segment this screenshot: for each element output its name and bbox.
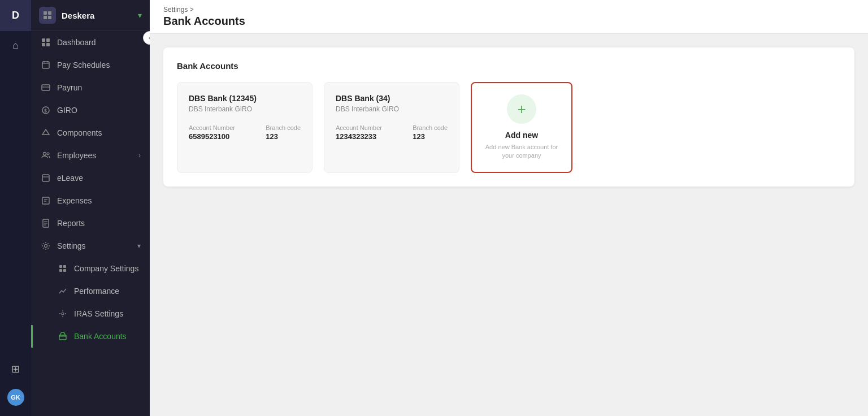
sidebar-item-bank-accounts[interactable]: Bank Accounts bbox=[31, 325, 150, 348]
expenses-icon bbox=[40, 195, 51, 206]
breadcrumb: Settings > bbox=[163, 6, 854, 14]
account-number-value-0: 6589523100 bbox=[189, 132, 235, 141]
bank-card-1[interactable]: DBS Bank (34) DBS Interbank GIRO Account… bbox=[324, 82, 459, 173]
bank-card-name-0: DBS Bank (12345) bbox=[189, 94, 301, 103]
bank-card-0[interactable]: DBS Bank (12345) DBS Interbank GIRO Acco… bbox=[177, 82, 313, 173]
bank-card-row-1: Account Number 1234323233 Branch code 12… bbox=[336, 124, 448, 141]
sidebar-item-employees[interactable]: Employees › bbox=[31, 144, 150, 167]
svg-rect-34 bbox=[59, 335, 66, 340]
add-icon-circle: + bbox=[507, 94, 536, 124]
sidebar-item-components[interactable]: Components bbox=[31, 122, 150, 144]
settings-icon bbox=[40, 240, 51, 252]
payrun-label: Payrun bbox=[57, 83, 141, 92]
reports-label: Reports bbox=[57, 219, 141, 228]
svg-point-18 bbox=[47, 153, 49, 155]
employees-chevron-icon: › bbox=[138, 151, 141, 159]
account-number-field-0: Account Number 6589523100 bbox=[189, 124, 235, 141]
svg-rect-1 bbox=[48, 11, 51, 15]
sidebar-item-giro[interactable]: $ GIRO bbox=[31, 99, 150, 122]
payrun-icon bbox=[40, 82, 51, 93]
dashboard-icon bbox=[40, 37, 51, 48]
svg-point-28 bbox=[45, 245, 47, 248]
branch-code-label-1: Branch code bbox=[413, 124, 448, 131]
sidebar-item-eleave[interactable]: eLeave bbox=[31, 167, 150, 189]
svg-rect-8 bbox=[42, 62, 49, 68]
company-settings-icon bbox=[57, 263, 68, 274]
bank-accounts-label: Bank Accounts bbox=[74, 332, 127, 341]
svg-rect-4 bbox=[42, 38, 45, 42]
bank-card-type-1: DBS Interbank GIRO bbox=[336, 105, 448, 113]
settings-label: Settings bbox=[57, 241, 137, 250]
expenses-label: Expenses bbox=[57, 196, 141, 205]
sidebar-item-performance[interactable]: Performance bbox=[31, 280, 150, 302]
sidebar-header[interactable]: Deskera ▾ bbox=[31, 0, 150, 31]
svg-rect-21 bbox=[42, 197, 49, 204]
giro-icon: $ bbox=[40, 105, 51, 116]
branch-code-field-1: Branch code 123 bbox=[413, 124, 448, 141]
app-logo[interactable]: D bbox=[0, 0, 31, 31]
branch-code-label-0: Branch code bbox=[266, 124, 301, 131]
sidebar-item-expenses[interactable]: Expenses bbox=[31, 189, 150, 212]
eleave-label: eLeave bbox=[57, 174, 141, 183]
branch-code-field-0: Branch code 123 bbox=[266, 124, 301, 141]
grid-icon[interactable]: ⊞ bbox=[0, 355, 31, 383]
iras-settings-label: IRAS Settings bbox=[74, 309, 123, 318]
svg-rect-19 bbox=[42, 175, 49, 181]
branch-code-value-0: 123 bbox=[266, 132, 301, 141]
components-label: Components bbox=[57, 128, 141, 137]
plus-icon: + bbox=[517, 101, 526, 118]
svg-point-33 bbox=[62, 313, 64, 315]
svg-point-17 bbox=[44, 153, 46, 155]
sidebar-item-dashboard[interactable]: Dashboard bbox=[31, 31, 150, 54]
eleave-icon bbox=[40, 172, 51, 184]
svg-rect-32 bbox=[63, 269, 66, 272]
sidebar-item-settings[interactable]: Settings ▾ bbox=[31, 235, 150, 257]
section-title: Bank Accounts bbox=[177, 61, 841, 71]
user-avatar[interactable]: GK bbox=[0, 383, 31, 411]
iras-settings-icon bbox=[57, 308, 68, 319]
account-number-field-1: Account Number 1234323233 bbox=[336, 124, 382, 141]
svg-rect-31 bbox=[59, 269, 62, 272]
bank-card-type-0: DBS Interbank GIRO bbox=[189, 105, 301, 113]
content-area: Bank Accounts DBS Bank (12345) DBS Inter… bbox=[150, 34, 868, 416]
home-icon[interactable]: ⌂ bbox=[0, 31, 31, 59]
svg-rect-29 bbox=[59, 265, 62, 268]
svg-rect-6 bbox=[42, 43, 45, 46]
settings-chevron-icon: ▾ bbox=[137, 242, 141, 250]
svg-rect-5 bbox=[46, 38, 50, 42]
performance-label: Performance bbox=[74, 287, 119, 296]
svg-rect-12 bbox=[42, 85, 50, 90]
sidebar-item-company-settings[interactable]: Company Settings bbox=[31, 257, 150, 280]
sidebar-chevron-icon: ▾ bbox=[138, 11, 142, 20]
svg-rect-0 bbox=[44, 11, 47, 15]
account-number-value-1: 1234323233 bbox=[336, 132, 382, 141]
branch-code-value-1: 123 bbox=[413, 132, 448, 141]
accounts-grid: DBS Bank (12345) DBS Interbank GIRO Acco… bbox=[177, 82, 841, 173]
account-number-label-1: Account Number bbox=[336, 124, 382, 131]
sidebar-item-iras-settings[interactable]: IRAS Settings bbox=[31, 302, 150, 325]
account-number-label-0: Account Number bbox=[189, 124, 235, 131]
components-icon bbox=[40, 127, 51, 138]
sidebar-item-pay-schedules[interactable]: Pay Schedules bbox=[31, 54, 150, 76]
reports-icon bbox=[40, 218, 51, 229]
performance-icon bbox=[57, 285, 68, 297]
sidebar: Deskera ▾ ‹ Dashboard Pay Schedules Payr… bbox=[31, 0, 150, 416]
icon-rail: D ⌂ ⊞ GK bbox=[0, 0, 31, 416]
sidebar-item-payrun[interactable]: Payrun bbox=[31, 76, 150, 99]
add-new-card[interactable]: + Add new Add new Bank account for your … bbox=[471, 82, 572, 173]
add-new-label: Add new bbox=[505, 131, 538, 140]
topbar: Settings > Bank Accounts bbox=[150, 0, 868, 34]
employees-icon bbox=[40, 150, 51, 161]
pay-schedules-label: Pay Schedules bbox=[57, 60, 141, 70]
bank-accounts-icon bbox=[57, 331, 68, 342]
page-title: Bank Accounts bbox=[163, 15, 854, 28]
svg-rect-2 bbox=[44, 16, 47, 19]
add-new-description: Add new Bank account for your company bbox=[483, 143, 560, 161]
svg-text:$: $ bbox=[44, 108, 47, 114]
main-content: Settings > Bank Accounts Bank Accounts D… bbox=[150, 0, 868, 416]
svg-marker-16 bbox=[42, 129, 49, 135]
svg-rect-7 bbox=[46, 43, 50, 46]
bank-card-row-0: Account Number 6589523100 Branch code 12… bbox=[189, 124, 301, 141]
sidebar-item-reports[interactable]: Reports bbox=[31, 212, 150, 235]
employees-label: Employees bbox=[57, 151, 138, 160]
